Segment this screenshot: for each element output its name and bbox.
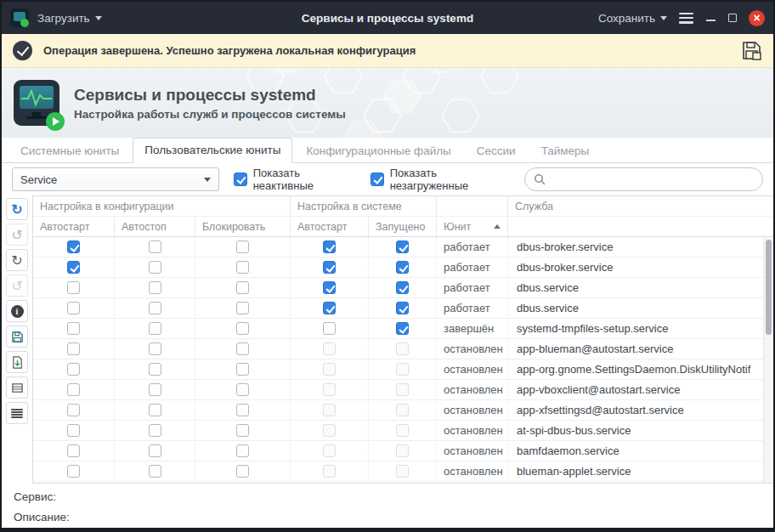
sys-running-checkbox[interactable] [396, 302, 409, 314]
sys-autostart-checkbox[interactable] [323, 444, 336, 457]
sys-autostart-checkbox[interactable] [323, 322, 336, 335]
cfg-block-checkbox[interactable] [236, 241, 249, 253]
cfg-autostop-checkbox[interactable] [149, 261, 161, 274]
tab-timers[interactable]: Таймеры [529, 139, 602, 163]
redo-button[interactable]: ↻ [6, 249, 28, 271]
column-header-cfg-block[interactable]: Блокировать [195, 217, 291, 236]
sys-running-checkbox[interactable] [396, 465, 409, 478]
cfg-block-checkbox[interactable] [236, 444, 249, 457]
tab-sessions[interactable]: Сессии [465, 139, 528, 163]
sys-autostart-checkbox[interactable] [323, 261, 336, 274]
cfg-autostart-checkbox[interactable] [67, 465, 80, 478]
sys-running-checkbox[interactable] [396, 363, 409, 376]
column-header-cfg-autostop[interactable]: Автостоп [115, 217, 195, 236]
sys-running-checkbox[interactable] [396, 444, 409, 457]
load-menu-button[interactable]: Загрузить [37, 12, 102, 25]
tab-user-units[interactable]: Пользовательские юниты [133, 138, 292, 163]
table-row[interactable]: работаетdbus.service [33, 278, 773, 298]
cfg-autostart-checkbox[interactable] [67, 261, 80, 274]
search-input[interactable] [552, 173, 754, 186]
cfg-autostop-checkbox[interactable] [149, 281, 161, 294]
show-inactive-filter[interactable]: Показать неактивные [234, 167, 356, 192]
tab-config-files[interactable]: Конфигурационные файлы [294, 139, 462, 163]
cfg-block-checkbox[interactable] [236, 383, 249, 396]
cfg-block-checkbox[interactable] [236, 261, 249, 274]
sys-autostart-checkbox[interactable] [323, 241, 336, 253]
cfg-block-checkbox[interactable] [236, 465, 249, 478]
cfg-block-checkbox[interactable] [236, 322, 249, 335]
sys-autostart-checkbox[interactable] [323, 363, 336, 376]
table-row[interactable]: работаетdbus.service [33, 298, 773, 319]
save-config-icon-button[interactable] [741, 40, 762, 61]
sys-autostart-checkbox[interactable] [323, 281, 336, 294]
table-row[interactable]: остановленblueman-applet.service [33, 461, 773, 482]
table-row[interactable]: остановленbamfdaemon.service [33, 441, 773, 461]
sys-autostart-checkbox[interactable] [323, 383, 336, 396]
vertical-scrollbar[interactable] [763, 238, 773, 483]
sys-autostart-checkbox[interactable] [323, 465, 336, 478]
cfg-block-checkbox[interactable] [236, 342, 249, 355]
sys-running-checkbox[interactable] [396, 342, 409, 355]
save-menu-button[interactable]: Сохранить [598, 12, 667, 25]
undo-button[interactable]: ↺ [6, 274, 28, 297]
show-unloaded-filter[interactable]: Показать незагруженные [371, 167, 510, 192]
cfg-autostart-checkbox[interactable] [67, 241, 80, 253]
unit-type-dropdown[interactable]: Service [12, 167, 219, 191]
cfg-autostart-checkbox[interactable] [67, 383, 80, 396]
close-button[interactable] [749, 10, 765, 26]
minimize-button[interactable] [705, 13, 716, 24]
cfg-autostart-checkbox[interactable] [67, 444, 80, 457]
cfg-block-checkbox[interactable] [236, 302, 249, 314]
sys-autostart-checkbox[interactable] [323, 404, 336, 416]
sys-running-checkbox[interactable] [396, 281, 409, 294]
show-unloaded-checkbox[interactable] [371, 173, 384, 186]
cfg-block-checkbox[interactable] [236, 363, 249, 376]
restore-button[interactable] [728, 14, 737, 22]
scrollbar-thumb[interactable] [766, 240, 772, 335]
table-row[interactable]: работаетdbus-broker.service [33, 258, 773, 278]
refresh-button[interactable]: ↻ [6, 198, 28, 220]
cfg-autostop-checkbox[interactable] [149, 302, 161, 314]
sys-running-checkbox[interactable] [396, 261, 409, 274]
cfg-autostop-checkbox[interactable] [149, 424, 161, 437]
sys-running-checkbox[interactable] [396, 322, 409, 335]
export-file-button[interactable] [6, 351, 28, 373]
cfg-autostart-checkbox[interactable] [67, 322, 80, 335]
sys-running-checkbox[interactable] [396, 383, 409, 396]
cfg-autostop-checkbox[interactable] [149, 241, 161, 253]
sys-autostart-checkbox[interactable] [323, 424, 336, 437]
table-row[interactable]: остановленapp-blueman@autostart.service [33, 339, 773, 359]
cfg-autostop-checkbox[interactable] [149, 383, 161, 396]
properties-button[interactable] [6, 402, 28, 424]
hamburger-menu-icon[interactable] [679, 13, 693, 24]
cfg-autostart-checkbox[interactable] [67, 404, 80, 416]
table-row[interactable]: завершёнsystemd-tmpfiles-setup.service [33, 319, 773, 339]
show-inactive-checkbox[interactable] [234, 173, 247, 186]
cfg-autostop-checkbox[interactable] [149, 342, 161, 355]
revert-config-button[interactable]: ↺ [6, 224, 28, 246]
sys-running-checkbox[interactable] [396, 241, 409, 253]
cfg-autostop-checkbox[interactable] [149, 363, 161, 376]
cfg-autostop-checkbox[interactable] [149, 444, 161, 457]
cfg-autostart-checkbox[interactable] [67, 302, 80, 314]
column-header-cfg-autostart[interactable]: Автостарт [33, 217, 115, 236]
sys-autostart-checkbox[interactable] [323, 342, 336, 355]
sys-running-checkbox[interactable] [396, 404, 409, 416]
table-row[interactable]: остановленapp-org.gnome.SettingsDaemon.D… [33, 359, 773, 380]
sys-autostart-checkbox[interactable] [323, 302, 336, 314]
column-header-sys-autostart[interactable]: Автостарт [291, 217, 369, 236]
cfg-block-checkbox[interactable] [236, 424, 249, 437]
cfg-block-checkbox[interactable] [236, 404, 249, 416]
cfg-block-checkbox[interactable] [236, 281, 249, 294]
save-units-button[interactable] [6, 325, 28, 348]
cfg-autostart-checkbox[interactable] [67, 342, 80, 355]
cfg-autostop-checkbox[interactable] [149, 404, 161, 416]
cfg-autostart-checkbox[interactable] [67, 363, 80, 376]
tab-system-units[interactable]: Системные юниты [8, 139, 131, 163]
table-row[interactable]: остановленat-spi-dbus-bus.service [33, 421, 773, 441]
column-header-sys-running[interactable]: Запущено [369, 217, 437, 236]
info-button[interactable] [6, 300, 28, 322]
sys-running-checkbox[interactable] [396, 424, 409, 437]
cfg-autostart-checkbox[interactable] [67, 424, 80, 437]
journal-button[interactable] [6, 376, 28, 399]
